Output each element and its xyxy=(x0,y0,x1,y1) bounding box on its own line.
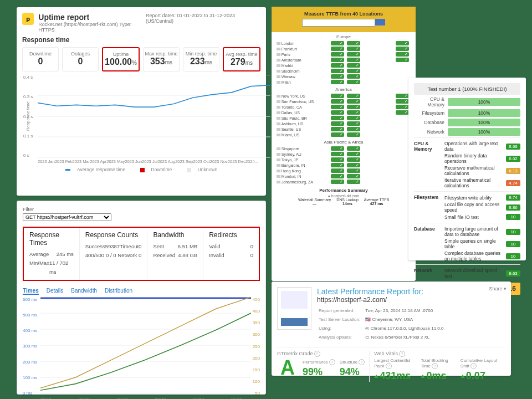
outages-card: Outages 0 xyxy=(62,47,99,71)
loadtest-chart: 600 ms500 ms400 ms300 ms200 ms100 ms0 ms… xyxy=(23,297,260,399)
uptime-report-panel: p Uptime report Rocket.net (https://host… xyxy=(17,7,266,196)
tab-distribution[interactable]: Distribution xyxy=(105,288,132,295)
pingdom-logo: p xyxy=(22,13,34,25)
downtime-card: Downtime 0 xyxy=(22,47,59,71)
ttfb-search-input[interactable] xyxy=(302,19,375,27)
help-icon[interactable]: ? xyxy=(399,351,405,357)
help-icon[interactable]: ? xyxy=(470,363,477,369)
tab-times[interactable]: Times xyxy=(23,288,39,295)
ttfb-submit-button[interactable] xyxy=(375,19,385,25)
share-button[interactable]: Share ▾ xyxy=(489,286,507,291)
uptime-title: Uptime report xyxy=(38,13,146,22)
uptime-chart: Response time 0.4 s0.3 s0.2 s0.1 s0 s 20… xyxy=(22,75,260,170)
arrow-up-icon xyxy=(461,375,465,378)
uptime-y-ticks: 0.4 s0.3 s0.2 s0.1 s0 s xyxy=(23,75,33,158)
min-resp-card: Min resp. time 233ms xyxy=(183,47,219,71)
gtm-meta: Report generated:Tue, Apr 23, 2024 12:18… xyxy=(317,306,445,342)
response-time-heading: Response time xyxy=(22,36,260,44)
max-resp-card: Max resp. time 353ms xyxy=(143,47,180,71)
report-dates: Report dates: 01-01-2023 to 31-12-2023 (… xyxy=(146,13,260,24)
loadtest-tabs: Times Details Bandwidth Distribution xyxy=(23,288,260,295)
tab-details[interactable]: Details xyxy=(47,288,64,295)
loadtest-stats: Response Times Average245 ms Min/Max11 /… xyxy=(23,227,260,281)
avg-resp-card: Avg resp. time 279ms xyxy=(223,47,260,71)
gtmetrix-panel: Share ▾ Latest Performance Report for: h… xyxy=(272,282,511,376)
arrow-up-icon xyxy=(421,375,425,378)
perf-summary-cards: Waterfall Summary—DNS Lookup14msAverage … xyxy=(272,198,416,209)
loadtest-x-ticks: 00:1000:2000:3000:4000:5001:00 xyxy=(40,397,242,399)
help-icon[interactable]: ? xyxy=(314,351,320,357)
help-icon[interactable]: ? xyxy=(359,359,365,365)
uptime-x-ticks: 2023 Jan2023 Feb2023 Mar2023 Apr2023 May… xyxy=(38,159,258,164)
ttfb-panel: Measure TTFB from 40 Locations EuropeLon… xyxy=(272,7,416,281)
help-icon[interactable]: ? xyxy=(432,363,438,369)
uptime-subtitle: Rocket.net (https://hostperf-rkt.com) Ty… xyxy=(38,22,146,33)
filter-select[interactable]: GET https://hostperf-vultrf.com xyxy=(23,213,111,221)
uptime-percent-card: Uptime 100.00% xyxy=(102,47,140,71)
gtm-grade: A xyxy=(277,358,298,378)
site-thumbnail xyxy=(277,287,311,330)
filter-label: Filter xyxy=(23,207,260,212)
uptime-stat-cards: Downtime 0 Outages 0 Uptime 100.00% Max … xyxy=(22,47,260,71)
tab-bandwidth[interactable]: Bandwidth xyxy=(71,288,97,295)
help-icon[interactable]: ? xyxy=(329,359,335,365)
load-test-panel: Filter GET https://hostperf-vultrf.com R… xyxy=(17,201,266,395)
uptime-legend: Average response time Downtime Unknown xyxy=(22,167,260,172)
ttfb-header: Measure TTFB from 40 Locations xyxy=(272,7,416,32)
arrow-up-icon xyxy=(374,375,378,378)
benchmark-panel: Test number 1 (100% FINISHED!) CPU & Mem… xyxy=(408,78,526,260)
help-icon[interactable]: ? xyxy=(386,363,392,369)
gtm-scores-row: GTmetrix Grade? A Performance? 99% Struc… xyxy=(277,347,505,382)
